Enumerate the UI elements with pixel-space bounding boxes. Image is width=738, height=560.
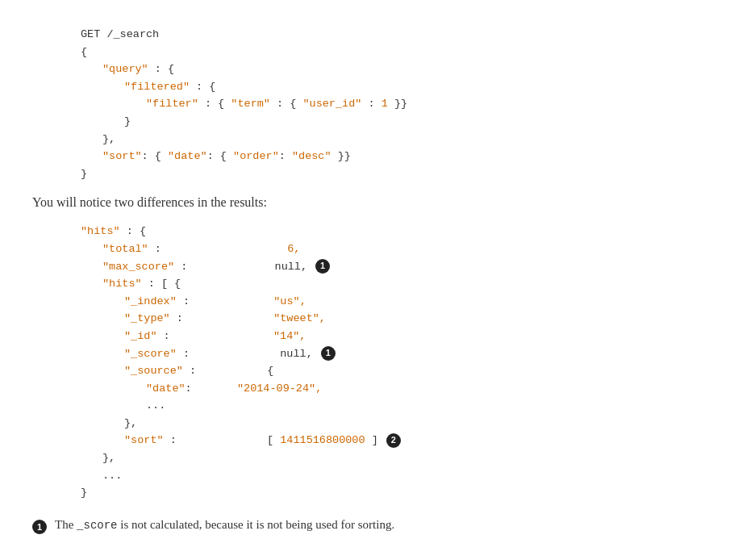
code-sort: "sort" : [ 1411516800000 ] 2: [81, 432, 706, 449]
code-get: GET /_search: [81, 28, 159, 40]
code-hits-array: "hits" : [ {: [81, 275, 706, 293]
badge-1-score: 1: [321, 346, 336, 361]
code-line-filter-close: }: [81, 113, 706, 131]
code-line-filtered: "filtered" : {: [81, 78, 706, 96]
footnote-1-text: The _score is not calculated, because it…: [55, 518, 394, 532]
code-block-top: GET /_search { "query" : { "filtered" : …: [32, 26, 706, 182]
code-hits-close: }: [81, 484, 706, 502]
code-hits-open: "hits" : {: [81, 223, 706, 240]
code-line-close: }: [81, 165, 706, 183]
badge-1-maxscore: 1: [315, 259, 330, 274]
code-maxscore: "max_score" : null, 1: [81, 258, 706, 276]
code-hits-item-close: },: [81, 449, 706, 467]
footnote-1: 1 The _score is not calculated, because …: [32, 518, 706, 534]
code-line-query-close: },: [81, 131, 706, 148]
code-ellipsis2: ...: [81, 467, 706, 485]
footnote-1-code: _score: [77, 519, 117, 532]
code-source-close: },: [81, 415, 706, 433]
code-score: "_score" : null, 1: [81, 345, 706, 363]
code-block-results: "hits" : { "total" : 6, "max_score" : nu…: [32, 223, 706, 502]
code-line-filter: "filter" : { "term" : { "user_id" : 1 }}: [81, 95, 706, 113]
code-id: "_id" : "14",: [81, 328, 706, 345]
footnote-badge-1: 1: [32, 520, 47, 534]
code-total: "total" : 6,: [81, 240, 706, 258]
code-source: "_source" : {: [81, 362, 706, 380]
code-line-get: GET /_search: [81, 26, 706, 44]
code-ellipsis1: ...: [81, 397, 706, 415]
code-line-sort: "sort": { "date": { "order": "desc" }}: [81, 148, 706, 165]
code-index: "_index" : "us",: [81, 293, 706, 311]
prose-differences: You will notice two differences in the r…: [32, 195, 706, 210]
code-date: "date": "2014-09-24",: [81, 380, 706, 398]
code-line-open: {: [81, 44, 706, 61]
code-type: "_type" : "tweet",: [81, 310, 706, 328]
code-line-query: "query" : {: [81, 61, 706, 78]
footnotes-section: 1 The _score is not calculated, because …: [32, 518, 706, 534]
badge-2-sort: 2: [386, 433, 401, 448]
